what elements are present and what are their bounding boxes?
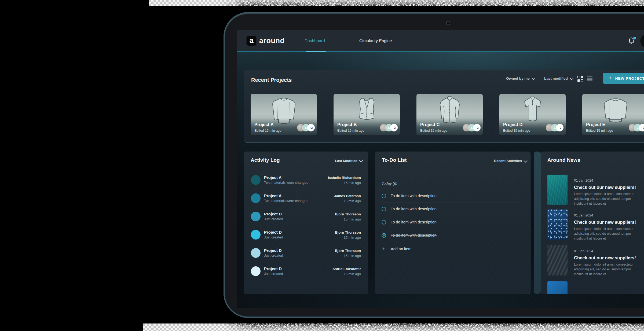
news-date: 01 Jan 2024: [574, 249, 593, 253]
todo-item-completed[interactable]: To do item with description: [382, 232, 524, 238]
project-card[interactable]: Project C Edited 15 min ago L +2: [416, 94, 483, 135]
recent-projects-panel: Recent Projects Owned by me Last modifie…: [244, 70, 644, 143]
news-thumbnail: [547, 281, 568, 294]
activity-entry[interactable]: Project D Just created Bjorn Thorsson 15…: [251, 248, 361, 259]
divider: [382, 242, 518, 242]
activity-log-panel: Activity Log Last Modified Project A Two…: [244, 152, 368, 294]
around-news-title: Around News: [547, 157, 580, 163]
sort-filter-dropdown[interactable]: Last modified: [544, 76, 573, 80]
tab-circularity-engine[interactable]: Circularity Engine: [359, 30, 392, 51]
project-card[interactable]: Project D Edited 15 min ago L +2: [499, 94, 566, 135]
todo-group-label: Today (6): [382, 181, 397, 186]
activity-user: Bjorn Thorsson: [335, 249, 361, 253]
project-name: Project D: [503, 122, 522, 127]
todo-item-label: To do item with description: [391, 207, 437, 211]
activity-action: Just created: [264, 272, 283, 276]
around-logo-text: around: [259, 37, 285, 45]
avatar-more-count: +2: [473, 124, 481, 131]
project-edited: Edited 15 min ago: [586, 129, 613, 133]
todo-item[interactable]: To do item with description: [382, 206, 524, 212]
activity-user: Bjorn Thorsson: [335, 212, 361, 216]
project-color-dot: [251, 266, 261, 276]
collaborator-avatars: L +2: [629, 124, 644, 131]
divider: [382, 216, 518, 216]
project-card[interactable]: Project B Edited 15 min ago L +2: [334, 94, 400, 135]
chevron-down-icon: [359, 159, 363, 162]
activity-entry[interactable]: Project A Two materials were changed Jam…: [251, 193, 361, 204]
todo-checkbox[interactable]: [382, 207, 386, 211]
todo-item[interactable]: To do item with description: [382, 219, 524, 225]
activity-user: Bjorn Thorsson: [335, 230, 361, 234]
todo-sort-label: Recent Activities: [494, 159, 522, 163]
collaborator-avatars: L +2: [463, 124, 481, 131]
owner-filter-dropdown[interactable]: Owned by me: [506, 76, 535, 80]
project-color-dot: [251, 212, 261, 221]
divider: [382, 229, 518, 229]
activity-project: Project D: [264, 266, 282, 271]
todo-list-panel: To-Do List Recent Activities Today (6) T…: [375, 152, 530, 294]
sort-filter-label: Last modified: [544, 76, 568, 80]
collaborator-avatars: L +2: [546, 124, 564, 131]
nav-divider: [345, 38, 345, 44]
activity-entry[interactable]: Project D Just created Bjorn Thorsson 15…: [251, 212, 361, 222]
activity-sort-dropdown[interactable]: Last Modified: [335, 159, 362, 163]
activity-time: 15 min ago: [344, 199, 361, 203]
activity-entry[interactable]: Project D Just created Bjorn Thorsson 15…: [251, 230, 361, 241]
project-name: Project A: [254, 122, 274, 127]
activity-action: Just created: [264, 217, 283, 221]
activity-entry[interactable]: Project D Just created Astrid Eriksdotti…: [251, 266, 361, 277]
todo-item-label: To do item with description: [391, 194, 437, 198]
activity-time: 15 min ago: [344, 217, 361, 221]
news-item[interactable]: [547, 281, 644, 294]
news-item[interactable]: 01 Jan 2024 Check out our new suppliers!…: [547, 209, 644, 240]
plus-icon: +: [609, 75, 612, 81]
transparency-checkerboard: [143, 323, 644, 331]
news-body: Lorem ipsum dolor sit amet, consectetur …: [574, 192, 637, 206]
notification-dot: [633, 36, 636, 40]
tab-dashboard[interactable]: Dashboard: [305, 30, 325, 51]
todo-item-label: To do item with description: [391, 220, 437, 224]
activity-user: Isabella Richardson: [328, 176, 361, 180]
todo-checkbox[interactable]: [382, 194, 386, 198]
todo-sort-dropdown[interactable]: Recent Activities: [494, 159, 526, 163]
project-color-dot: [251, 230, 261, 240]
activity-project: Project A: [264, 193, 281, 198]
project-name: Project E: [586, 122, 605, 127]
activity-project: Project D: [264, 230, 282, 234]
new-project-label: NEW PROJECT: [615, 76, 644, 80]
project-card[interactable]: Project A Edited 15 min ago L +2: [251, 94, 317, 135]
news-body: Lorem ipsum dolor sit amet, consectetur …: [574, 262, 637, 277]
activity-user: Astrid Eriksdottir: [332, 267, 361, 271]
around-logo[interactable]: a around: [246, 30, 285, 51]
activity-user: James Peterson: [334, 194, 361, 198]
project-color-dot: [251, 193, 261, 203]
news-item[interactable]: 01 Jan 2024 Check out our new suppliers!…: [547, 245, 644, 275]
project-edited: Edited 15 min ago: [254, 129, 281, 133]
project-card[interactable]: Project E Edited 15 min ago L +2: [582, 94, 644, 135]
around-news-panel: Around News View All 01 Jan 2024 Check o…: [541, 152, 644, 294]
todo-checkbox-checked[interactable]: [382, 233, 386, 238]
chevron-down-icon: [532, 76, 535, 80]
activity-entry[interactable]: Project A Two materials were changed Isa…: [251, 175, 361, 186]
new-project-button[interactable]: + NEW PROJECT: [603, 73, 644, 84]
project-edited: Edited 15 min ago: [420, 129, 447, 133]
project-edited: Edited 15 min ago: [503, 129, 530, 133]
tablet-device-frame: a around Dashboard Circularity Engine Re…: [224, 12, 644, 318]
avatar-more-count: +2: [556, 124, 564, 131]
todo-checkbox[interactable]: [382, 220, 386, 225]
chevron-down-icon: [570, 76, 573, 80]
todo-item-label: To do item with description: [391, 233, 437, 237]
around-logo-icon: a: [246, 36, 257, 46]
add-item-label: Add an item: [391, 247, 411, 251]
add-todo-item-button[interactable]: + Add an item: [382, 246, 462, 252]
user-avatar[interactable]: [640, 33, 644, 48]
grid-view-icon[interactable]: [577, 76, 583, 82]
news-date: 01 Jan 2024: [574, 213, 593, 217]
owner-filter-label: Owned by me: [506, 76, 530, 80]
todo-item[interactable]: To do item with description: [382, 193, 524, 199]
news-item[interactable]: 01 Jan 2024 Check out our new suppliers!…: [547, 175, 644, 205]
project-name: Project C: [420, 122, 440, 127]
activity-action: Just created: [264, 253, 283, 258]
list-view-icon[interactable]: [587, 76, 592, 81]
top-navbar: a around Dashboard Circularity Engine: [237, 30, 644, 51]
